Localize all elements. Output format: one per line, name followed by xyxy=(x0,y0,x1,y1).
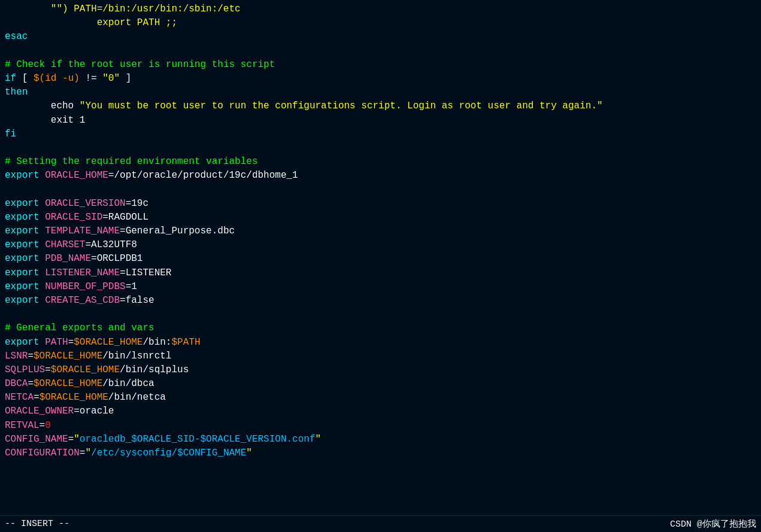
code-line: export LISTENER_NAME=LISTENER xyxy=(5,266,756,280)
code-line: export TEMPLATE_NAME=General_Purpose.dbc xyxy=(5,224,756,238)
code-line: # Check if the root user is running this… xyxy=(5,58,756,72)
code-line: RETVAL=0 xyxy=(5,419,756,433)
code-line: export ORACLE_SID=RAGDOLL xyxy=(5,211,756,224)
code-line: then xyxy=(5,86,756,99)
code-line: export NUMBER_OF_PDBS=1 xyxy=(5,280,756,294)
code-line xyxy=(5,183,756,196)
code-line: export ORACLE_HOME=/opt/oracle/product/1… xyxy=(5,169,756,183)
code-line: export CREATE_AS_CDB=false​ xyxy=(5,294,756,308)
code-line: if [ $(id -u) != "0" ] xyxy=(5,72,756,86)
credit-label: CSDN @你疯了抱抱我 xyxy=(670,518,756,530)
insert-mode-label: -- INSERT -- xyxy=(5,519,69,529)
code-line: CONFIGURATION="/etc/sysconfig/$CONFIG_NA… xyxy=(5,446,756,460)
code-line xyxy=(5,308,756,321)
code-line: # Setting the required environment varia… xyxy=(5,155,756,169)
code-line: LSNR=$ORACLE_HOME/bin/lsnrctl xyxy=(5,349,756,363)
code-line: export PATH ;; xyxy=(5,16,756,30)
code-line: exit 1 xyxy=(5,114,756,127)
status-bar: -- INSERT -- CSDN @你疯了抱抱我 xyxy=(0,515,761,532)
code-line: export ORACLE_VERSION=19c xyxy=(5,197,756,211)
code-line xyxy=(5,141,756,155)
code-line: "") PATH=/bin:/usr/bin:/sbin:/etc xyxy=(5,2,756,16)
code-line: SQLPLUS=$ORACLE_HOME/bin/sqlplus xyxy=(5,363,756,377)
code-line: CONFIG_NAME="oracledb_$ORACLE_SID-$ORACL… xyxy=(5,433,756,446)
code-line: DBCA=$ORACLE_HOME/bin/dbca xyxy=(5,377,756,391)
code-line: export CHARSET=AL32UTF8 xyxy=(5,238,756,252)
code-line: echo "You must be root user to run the c… xyxy=(5,99,756,113)
code-line xyxy=(5,44,756,58)
code-line: esac xyxy=(5,30,756,44)
code-line: export PDB_NAME=ORCLPDB1 xyxy=(5,252,756,266)
code-line: ORACLE_OWNER=oracle xyxy=(5,405,756,418)
code-line: fi xyxy=(5,127,756,141)
code-editor: "") PATH=/bin:/usr/bin:/sbin:/etc export… xyxy=(0,0,761,515)
code-line: export PATH=$ORACLE_HOME/bin:$PATH xyxy=(5,336,756,349)
code-line: # General exports and vars xyxy=(5,321,756,335)
code-line: NETCA=$ORACLE_HOME/bin/netca xyxy=(5,391,756,405)
